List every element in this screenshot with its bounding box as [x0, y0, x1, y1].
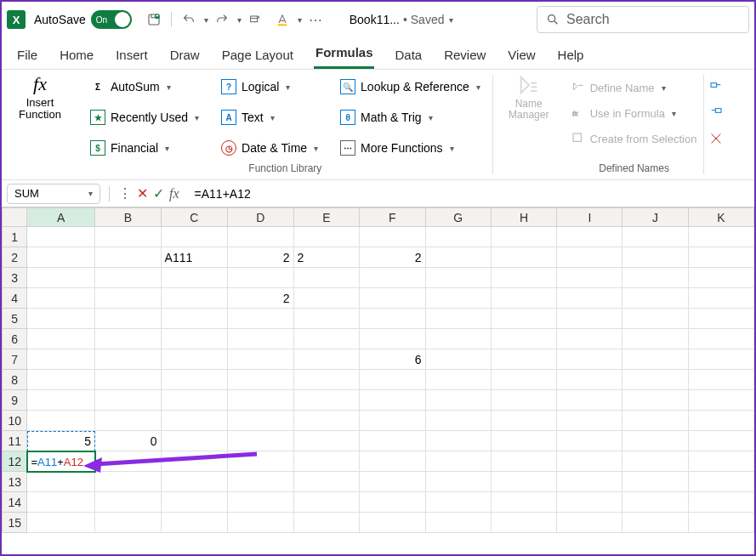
- cell-E3[interactable]: [293, 268, 360, 288]
- cell-G15[interactable]: [425, 513, 491, 533]
- cell-F1[interactable]: [360, 227, 426, 247]
- cell-K7[interactable]: [688, 349, 753, 370]
- cell-G11[interactable]: [425, 431, 491, 451]
- col-header-E[interactable]: E: [293, 208, 360, 227]
- cell-A11[interactable]: 5: [27, 431, 95, 451]
- cell-B6[interactable]: [95, 329, 162, 349]
- cell-E4[interactable]: [293, 288, 360, 309]
- spreadsheet-grid[interactable]: ABCDEFGHIJK12A11122234256768910115012=A1…: [2, 207, 754, 533]
- col-header-J[interactable]: J: [622, 208, 688, 227]
- row-header-5[interactable]: 5: [3, 309, 27, 329]
- cell-F5[interactable]: [360, 309, 426, 329]
- cell-K15[interactable]: [688, 513, 753, 533]
- cell-F12[interactable]: [360, 451, 426, 472]
- undo-icon[interactable]: [177, 8, 201, 31]
- tab-review[interactable]: Review: [442, 41, 487, 69]
- cell-G4[interactable]: [425, 288, 491, 309]
- row-header-9[interactable]: 9: [3, 390, 27, 411]
- cell-K11[interactable]: [688, 431, 753, 451]
- cell-B9[interactable]: [95, 390, 162, 411]
- cell-J5[interactable]: [622, 309, 688, 329]
- cell-B7[interactable]: [95, 349, 162, 370]
- font-color-dropdown-icon[interactable]: ▾: [298, 15, 302, 25]
- cell-J2[interactable]: [622, 247, 688, 268]
- cell-I14[interactable]: [557, 492, 622, 513]
- cell-H8[interactable]: [491, 370, 556, 390]
- row-header-13[interactable]: 13: [3, 472, 27, 492]
- cell-E6[interactable]: [293, 329, 360, 349]
- cell-E15[interactable]: [293, 513, 360, 533]
- cell-H12[interactable]: [491, 451, 556, 472]
- cell-H2[interactable]: [491, 247, 556, 268]
- cell-E14[interactable]: [293, 492, 360, 513]
- insert-function-button[interactable]: fx Insert Function: [9, 73, 71, 122]
- cell-C3[interactable]: [161, 268, 227, 288]
- logical-button[interactable]: ?Logical▾: [216, 73, 323, 100]
- undo-dropdown-icon[interactable]: ▾: [204, 15, 208, 25]
- cell-G8[interactable]: [425, 370, 491, 390]
- cell-D15[interactable]: [228, 513, 294, 533]
- tab-page-layout[interactable]: Page Layout: [220, 41, 295, 69]
- cell-J9[interactable]: [622, 390, 688, 411]
- cell-C7[interactable]: [161, 349, 227, 370]
- cell-B12[interactable]: [95, 451, 162, 472]
- row-header-11[interactable]: 11: [3, 431, 27, 451]
- cell-B10[interactable]: [95, 411, 162, 431]
- cell-D8[interactable]: [228, 370, 294, 390]
- tab-insert[interactable]: Insert: [114, 41, 150, 69]
- cell-D2[interactable]: 2: [228, 247, 294, 268]
- cell-I10[interactable]: [557, 411, 622, 431]
- cell-A3[interactable]: [27, 268, 95, 288]
- define-name-button[interactable]: Define Name▾: [571, 77, 697, 99]
- cell-F3[interactable]: [360, 268, 426, 288]
- cell-C6[interactable]: [161, 329, 227, 349]
- cancel-icon[interactable]: ✕: [137, 185, 148, 201]
- cell-H10[interactable]: [491, 411, 556, 431]
- cell-F6[interactable]: [360, 329, 426, 349]
- row-header-8[interactable]: 8: [3, 370, 27, 390]
- cell-I4[interactable]: [557, 288, 622, 309]
- search-input[interactable]: Search: [537, 6, 749, 33]
- cell-E2[interactable]: 2: [293, 247, 360, 268]
- formula-input[interactable]: [185, 180, 754, 207]
- redo-icon[interactable]: [210, 8, 234, 31]
- text-button[interactable]: AText▾: [216, 104, 323, 131]
- row-header-14[interactable]: 14: [3, 492, 27, 513]
- cell-K1[interactable]: [688, 227, 753, 247]
- trace-precedents-button[interactable]: [709, 77, 723, 99]
- cell-J11[interactable]: [622, 431, 688, 451]
- cell-C2[interactable]: A111: [161, 247, 227, 268]
- col-header-C[interactable]: C: [161, 208, 227, 227]
- row-header-1[interactable]: 1: [3, 227, 27, 247]
- cell-J10[interactable]: [622, 411, 688, 431]
- cell-K13[interactable]: [688, 472, 753, 492]
- cell-I8[interactable]: [557, 370, 622, 390]
- name-manager-button[interactable]: Name Manager: [500, 73, 558, 121]
- cell-B15[interactable]: [95, 513, 162, 533]
- cell-A6[interactable]: [27, 329, 95, 349]
- col-header-D[interactable]: D: [228, 208, 294, 227]
- redo-dropdown-icon[interactable]: ▾: [237, 15, 242, 25]
- cell-E12[interactable]: [293, 451, 360, 472]
- autosum-button[interactable]: ΣAutoSum▾: [85, 73, 204, 100]
- cell-D12[interactable]: [228, 451, 294, 472]
- cell-G2[interactable]: [425, 247, 491, 268]
- cell-G14[interactable]: [425, 492, 491, 513]
- cell-G5[interactable]: [425, 309, 491, 329]
- cell-H5[interactable]: [491, 309, 556, 329]
- autosave-toggle[interactable]: On: [91, 10, 132, 29]
- cell-H4[interactable]: [491, 288, 556, 309]
- col-header-A[interactable]: A: [27, 208, 95, 227]
- create-from-selection-button[interactable]: Create from Selection: [571, 128, 697, 150]
- more-functions-button[interactable]: ⋯More Functions▾: [335, 134, 486, 162]
- cell-F13[interactable]: [360, 472, 426, 492]
- cell-I6[interactable]: [557, 329, 622, 349]
- cell-I15[interactable]: [557, 513, 622, 533]
- cell-E8[interactable]: [293, 370, 360, 390]
- cell-B13[interactable]: [95, 472, 162, 492]
- cell-G6[interactable]: [425, 329, 491, 349]
- cell-G12[interactable]: [425, 451, 491, 472]
- cell-D13[interactable]: [228, 472, 294, 492]
- cell-A7[interactable]: [27, 349, 95, 370]
- cell-D5[interactable]: [228, 309, 294, 329]
